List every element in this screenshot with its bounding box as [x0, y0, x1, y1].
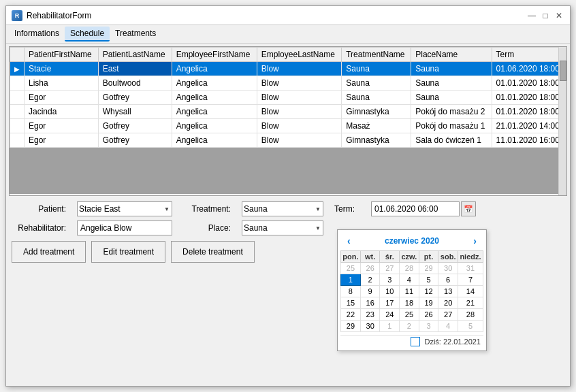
- calendar-day[interactable]: 28: [458, 309, 483, 321]
- calendar-day[interactable]: 14: [458, 286, 483, 297]
- calendar-day[interactable]: 9: [360, 286, 380, 297]
- table-row[interactable]: ▶StacieEastAngelicaBlowSaunaSauna01.06.2…: [10, 62, 566, 76]
- calendar-day[interactable]: 30: [438, 263, 458, 274]
- title-bar: R RehabilitatorForm — □ ✕: [6, 6, 570, 25]
- calendar-day[interactable]: 17: [380, 297, 400, 309]
- patient-label: Patient:: [12, 204, 66, 214]
- main-window: R RehabilitatorForm — □ ✕ Informations S…: [5, 5, 571, 387]
- delete-treatment-button[interactable]: Delete treatment: [171, 241, 255, 263]
- calendar-button[interactable]: 📅: [461, 201, 476, 216]
- calendar-day[interactable]: 20: [438, 297, 458, 309]
- calendar-day[interactable]: 3: [419, 321, 438, 332]
- calendar-next-button[interactable]: ›: [469, 234, 481, 248]
- term-field: 📅: [371, 201, 476, 216]
- table-row[interactable]: EgorGotfreyAngelicaBlowMasażPokój do mas…: [10, 119, 566, 133]
- term-label: Term:: [334, 204, 360, 214]
- today-square: [411, 337, 420, 346]
- calendar-day[interactable]: 8: [341, 286, 361, 297]
- calendar-day[interactable]: 7: [458, 274, 483, 286]
- place-select[interactable]: Sauna Pokój do masażu 2 Pokój do masażu …: [242, 220, 323, 235]
- calendar-day[interactable]: 15: [341, 297, 361, 309]
- menu-bar: Informations Schedule Treatments: [6, 25, 570, 44]
- calendar-day[interactable]: 13: [438, 286, 458, 297]
- calendar-day[interactable]: 26: [360, 263, 380, 274]
- col-term: Term: [492, 48, 566, 62]
- table-row[interactable]: JacindaWhysallAngelicaBlowGimnastykaPokó…: [10, 105, 566, 119]
- rehabilitator-label: Rehabilitator:: [12, 223, 66, 233]
- calendar-icon: 📅: [464, 205, 473, 214]
- calendar-day[interactable]: 29: [419, 263, 438, 274]
- calendar-day[interactable]: 16: [360, 297, 380, 309]
- col-patient-first: PatientFirstName: [25, 48, 99, 62]
- calendar-prev-button[interactable]: ‹: [343, 234, 355, 248]
- calendar-day[interactable]: 28: [400, 263, 419, 274]
- calendar-day[interactable]: 25: [400, 309, 419, 321]
- treatment-select[interactable]: Sauna Gimnastyka Masaż: [242, 201, 323, 216]
- calendar-day[interactable]: 2: [360, 274, 380, 286]
- table-row[interactable]: LishaBoultwoodAngelicaBlowSaunaSauna01.0…: [10, 76, 566, 91]
- patient-select-wrapper: Stacie East Lisha Boultwood Egor Gotfrey…: [77, 201, 172, 216]
- col-treatment: TreatmentName: [342, 48, 411, 62]
- calendar-day[interactable]: 30: [360, 321, 380, 332]
- calendar-day[interactable]: 6: [438, 274, 458, 286]
- calendar-day[interactable]: 26: [419, 309, 438, 321]
- calendar-popup: ‹ czerwiec 2020 › pon.wt.śr.czw.pt.sob.n…: [337, 229, 487, 351]
- data-table-container: PatientFirstName PatientLastName Employe…: [9, 46, 567, 196]
- table-empty-area: [10, 148, 566, 194]
- calendar-title: czerwiec 2020: [385, 236, 439, 246]
- calendar-day[interactable]: 29: [341, 321, 361, 332]
- calendar-day[interactable]: 31: [458, 263, 483, 274]
- calendar-day[interactable]: 2: [400, 321, 419, 332]
- menu-treatments[interactable]: Treatments: [110, 27, 161, 42]
- calendar-day[interactable]: 4: [400, 274, 419, 286]
- calendar-day[interactable]: 23: [360, 309, 380, 321]
- app-icon: R: [12, 10, 22, 21]
- calendar-day[interactable]: 19: [419, 297, 438, 309]
- treatment-label: Treatment:: [183, 204, 231, 214]
- edit-treatment-button[interactable]: Edit treatment: [91, 241, 165, 263]
- treatment-select-wrapper: Sauna Gimnastyka Masaż: [242, 201, 323, 216]
- calendar-day[interactable]: 27: [438, 309, 458, 321]
- col-place: PlaceName: [411, 48, 492, 62]
- col-emp-first: EmployeeFirstName: [172, 48, 257, 62]
- calendar-day[interactable]: 18: [400, 297, 419, 309]
- calendar-day[interactable]: 12: [419, 286, 438, 297]
- maximize-button[interactable]: □: [540, 10, 551, 21]
- add-treatment-button[interactable]: Add treatment: [12, 241, 86, 263]
- calendar-day[interactable]: 22: [341, 309, 361, 321]
- form-row-1: Patient: Stacie East Lisha Boultwood Ego…: [12, 201, 564, 216]
- calendar-day[interactable]: 10: [380, 286, 400, 297]
- title-buttons: — □ ✕: [526, 10, 564, 21]
- calendar-day[interactable]: 4: [438, 321, 458, 332]
- col-emp-last: EmployeeLastName: [257, 48, 341, 62]
- col-indicator: [10, 48, 25, 62]
- close-button[interactable]: ✕: [554, 10, 564, 21]
- data-table: PatientFirstName PatientLastName Employe…: [10, 47, 566, 148]
- place-select-wrapper: Sauna Pokój do masażu 2 Pokój do masażu …: [242, 220, 323, 235]
- menu-schedule[interactable]: Schedule: [65, 27, 110, 42]
- table-scrollbar[interactable]: [558, 47, 566, 195]
- calendar-day[interactable]: 25: [341, 263, 361, 274]
- today-label: Dziś: 22.01.2021: [424, 338, 481, 346]
- calendar-day[interactable]: 3: [380, 274, 400, 286]
- calendar-today-row: Dziś: 22.01.2021: [340, 335, 483, 348]
- patient-select[interactable]: Stacie East Lisha Boultwood Egor Gotfrey…: [77, 201, 172, 216]
- term-input[interactable]: [371, 201, 460, 216]
- calendar-day[interactable]: 21: [458, 297, 483, 309]
- title-bar-left: R RehabilitatorForm: [12, 10, 91, 21]
- menu-informations[interactable]: Informations: [9, 27, 65, 42]
- rehabilitator-input[interactable]: [77, 220, 172, 235]
- minimize-button[interactable]: —: [526, 10, 537, 21]
- table-row[interactable]: EgorGotfreyAngelicaBlowSaunaSauna01.01.2…: [10, 91, 566, 105]
- window-title: RehabilitatorForm: [27, 11, 91, 20]
- calendar-day[interactable]: 5: [458, 321, 483, 332]
- col-patient-last: PatientLastName: [98, 48, 172, 62]
- scrollbar-thumb[interactable]: [560, 61, 566, 81]
- calendar-day[interactable]: 5: [419, 274, 438, 286]
- calendar-day[interactable]: 1: [380, 321, 400, 332]
- table-row[interactable]: EgorGotfreyAngelicaBlowGimnastykaSala do…: [10, 133, 566, 148]
- calendar-day[interactable]: 11: [400, 286, 419, 297]
- calendar-day[interactable]: 24: [380, 309, 400, 321]
- calendar-day[interactable]: 1: [341, 274, 361, 286]
- calendar-day[interactable]: 27: [380, 263, 400, 274]
